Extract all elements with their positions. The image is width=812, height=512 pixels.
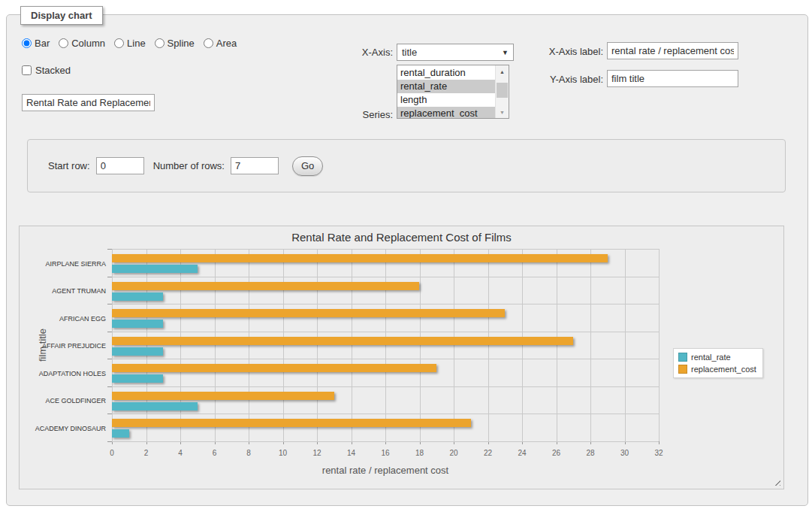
x-axis-select[interactable]: title ▼ (397, 44, 514, 61)
chart-type-option-column[interactable]: Column (59, 38, 105, 49)
series-listbox[interactable]: rental_durationrental_ratelengthreplacem… (397, 65, 509, 119)
y-axis-label-input[interactable] (607, 70, 738, 87)
series-option-rental_duration[interactable]: rental_duration (397, 66, 496, 80)
x-axis-label-input[interactable] (607, 42, 738, 59)
series-listbox-label: Series: (345, 109, 393, 121)
category-label: AIRPLANE SIERRA (25, 260, 106, 268)
x-gridline (180, 249, 181, 441)
chart-title: Rental Rate and Replacement Cost of Film… (20, 231, 783, 244)
y-gridline (112, 304, 659, 304)
x-gridline (420, 249, 421, 441)
x-tick-label: 32 (647, 449, 670, 457)
radio-column[interactable] (59, 38, 68, 48)
radio-column-label: Column (71, 38, 105, 49)
radio-line-label: Line (127, 38, 146, 49)
legend-label: replacement_cost (691, 365, 756, 374)
chart-type-option-area[interactable]: Area (204, 38, 237, 49)
resize-handle-icon[interactable] (772, 477, 780, 486)
scrollbar-thumb[interactable] (497, 83, 508, 98)
x-gridline (625, 249, 626, 441)
x-gridline (317, 249, 318, 441)
bar-rental_rate (112, 320, 163, 328)
chart-x-axis-title: rental rate / replacement cost (112, 465, 659, 476)
x-tick-label: 16 (374, 449, 397, 457)
x-gridline (215, 249, 216, 441)
x-tick-label: 12 (306, 449, 328, 457)
legend-label: rental_rate (691, 353, 731, 362)
radio-line[interactable] (114, 38, 124, 48)
scroll-up-icon[interactable]: ▲ (496, 65, 509, 77)
x-gridline (112, 249, 113, 441)
x-gridline (385, 249, 386, 441)
radio-bar[interactable] (22, 38, 32, 48)
bar-replacement_cost (112, 364, 436, 372)
x-tick-label: 4 (169, 449, 192, 457)
radio-spline-label: Spline (168, 38, 195, 49)
radio-area-label: Area (216, 38, 237, 49)
series-listbox-options: rental_durationrental_ratelengthreplacem… (397, 66, 496, 119)
plot-area: 02468101214161820222426283032AIRPLANE SI… (112, 249, 659, 442)
y-gridline (112, 277, 659, 277)
bar-replacement_cost (112, 419, 471, 427)
x-gridline (659, 249, 660, 441)
category-label: AGENT TRUMAN (25, 287, 106, 295)
x-tick-label: 20 (442, 449, 465, 457)
bar-rental_rate (112, 429, 129, 438)
radio-area[interactable] (204, 38, 213, 48)
chart-type-option-spline[interactable]: Spline (155, 38, 195, 49)
legend-swatch-icon (678, 353, 687, 362)
series-option-length[interactable]: length (397, 93, 496, 107)
chart-title-input[interactable] (22, 94, 155, 111)
stacked-checkbox[interactable] (22, 65, 32, 75)
category-label: AFRICAN EGG (25, 315, 106, 323)
start-row-input[interactable] (96, 157, 144, 174)
chart-type-option-line[interactable]: Line (114, 38, 146, 49)
x-gridline (522, 249, 523, 441)
x-gridline (557, 249, 557, 441)
category-label: ACADEMY DINOSAUR (25, 425, 106, 432)
x-gridline (146, 249, 147, 441)
stacked-option[interactable]: Stacked (22, 65, 71, 76)
chart-container: Rental Rate and Replacement Cost of Film… (19, 226, 784, 489)
legend-swatch-icon (678, 365, 687, 374)
radio-spline[interactable] (155, 38, 165, 48)
y-gridline (112, 249, 659, 250)
listbox-scrollbar[interactable]: ▲ ▼ (495, 65, 509, 118)
series-option-replacement_cost[interactable]: replacement_cost (397, 107, 496, 119)
chart-legend: rental_ratereplacement_cost (673, 348, 763, 378)
x-tick-label: 6 (204, 449, 226, 457)
bar-rental_rate (112, 402, 198, 411)
stacked-label: Stacked (35, 65, 71, 76)
dropdown-arrow-icon: ▼ (502, 49, 509, 56)
x-tick-label: 28 (579, 449, 602, 457)
x-gridline (488, 249, 489, 441)
bar-rental_rate (112, 374, 163, 383)
num-rows-input[interactable] (231, 157, 279, 174)
x-tick-label: 14 (340, 449, 363, 457)
x-tick-label: 18 (409, 449, 431, 457)
chart-type-radios: Bar Column Line Spline Area (22, 38, 237, 49)
x-gridline (454, 249, 454, 441)
category-label: AFFAIR PREJUDICE (25, 342, 106, 350)
scroll-down-icon[interactable]: ▼ (496, 106, 509, 118)
y-gridline (112, 359, 659, 359)
go-button[interactable]: Go (292, 156, 323, 176)
y-tick-mark (107, 332, 112, 332)
y-tick-mark (107, 414, 112, 414)
x-axis-select-label: X-Axis: (345, 47, 393, 59)
x-tick-label: 22 (477, 449, 500, 457)
x-tick-label: 26 (545, 449, 568, 457)
legend-item-rental_rate[interactable]: rental_rate (678, 353, 756, 362)
num-rows-label: Number of rows: (153, 160, 225, 171)
row-range-panel: Start row: Number of rows: Go (27, 139, 786, 192)
x-gridline (249, 249, 249, 441)
chart-type-option-bar[interactable]: Bar (22, 38, 50, 49)
legend-item-replacement_cost[interactable]: replacement_cost (678, 365, 756, 374)
y-tick-mark (107, 277, 112, 277)
x-axis-selected-value: title (402, 47, 417, 58)
x-tick-label: 2 (135, 449, 158, 457)
x-axis-label-label: X-Axis label: (539, 46, 603, 58)
bar-replacement_cost (112, 337, 573, 345)
bar-replacement_cost (112, 254, 608, 262)
series-option-rental_rate[interactable]: rental_rate (397, 80, 496, 93)
